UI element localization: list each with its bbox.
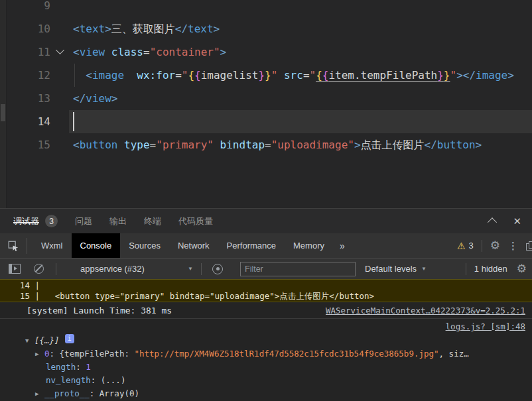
console-filter-input[interactable]: [240, 262, 356, 276]
console-tree-row[interactable]: ▶0: {tempFilePath: "http://tmp/XM4W6Z518…: [0, 347, 532, 361]
line-number[interactable]: 9: [7, 0, 50, 17]
disclosure-triangle-icon[interactable]: ▶: [35, 347, 44, 361]
code-line[interactable]: 13</view>: [7, 87, 532, 110]
code-token: wx:for: [137, 69, 175, 82]
code-line[interactable]: 12 <image wx:for="{{imagelist}}" src="{{…: [7, 64, 532, 87]
line-number[interactable]: 14: [7, 110, 50, 133]
console-sidebar-toggle-icon[interactable]: [9, 264, 21, 274]
dropdown-arrow-icon: ▼: [421, 266, 427, 272]
devtools-tab-wxml[interactable]: Wxml: [33, 233, 72, 258]
editor-left-scrollbar[interactable]: [0, 0, 7, 208]
line-number[interactable]: 13: [7, 87, 50, 110]
code-token: }: [437, 69, 444, 82]
code-token: ": [182, 69, 188, 82]
line-number[interactable]: 12: [7, 64, 50, 87]
code-line[interactable]: 11<view class="container">: [7, 40, 532, 64]
console-tree-row[interactable]: ▼[{…}]i: [0, 334, 532, 347]
code-token: [105, 46, 111, 58]
code-line[interactable]: 14: [7, 110, 532, 133]
fold-cell: [50, 87, 69, 110]
code-token: bindtap: [220, 139, 265, 151]
code-lines: 910<text>三、获取图片</text>11<view class="con…: [7, 0, 532, 156]
code-token: class: [111, 46, 143, 58]
warning-count[interactable]: 3: [469, 241, 474, 251]
devtools-tab-console[interactable]: Console: [72, 233, 121, 258]
devtools-settings-gear-icon[interactable]: ⚙: [490, 240, 500, 251]
code-line[interactable]: 9: [7, 0, 532, 17]
dock-side-icon[interactable]: [526, 241, 532, 250]
code-token: imagelist: [201, 69, 259, 82]
separator: [201, 263, 202, 275]
devtools-tab-network[interactable]: Network: [169, 233, 218, 258]
line-number[interactable]: 15: [7, 133, 50, 156]
code-editor[interactable]: 910<text>三、获取图片</text>11<view class="con…: [0, 0, 532, 208]
more-tabs-button[interactable]: »: [333, 233, 352, 258]
disclosure-triangle-icon[interactable]: ▶: [35, 387, 44, 400]
code-line[interactable]: 15<button type="primary" bindtap="upload…: [7, 133, 532, 156]
code-token: view: [80, 46, 105, 58]
warning-icon[interactable]: ⚠: [457, 241, 466, 251]
kebab-menu-icon[interactable]: ⋮: [508, 240, 518, 252]
panel-tab-label: 问题: [75, 215, 92, 227]
console-object-tree: ▼[{…}]i▶0: {tempFilePath: "http://tmp/XM…: [0, 334, 532, 400]
code-token: :: [91, 374, 101, 387]
devtools-tab-sources[interactable]: Sources: [120, 233, 169, 258]
code-token: :: [76, 361, 86, 374]
fold-cell: [50, 0, 69, 17]
disclosure-triangle-icon[interactable]: ▼: [25, 334, 34, 347]
scrollbar-thumb[interactable]: [1, 104, 5, 121]
log-levels-select[interactable]: Default levels ▼: [365, 264, 427, 274]
panel-tab-label: 终端: [144, 215, 161, 227]
code-token: view: [86, 92, 111, 105]
code-token: button: [80, 139, 118, 151]
code-token: "container": [150, 46, 220, 58]
close-panel-icon[interactable]: ✕: [513, 216, 521, 226]
panel-tab-代码质量[interactable]: 代码质量: [178, 209, 213, 233]
console-tree-row[interactable]: ▶__proto__: Array(0): [0, 387, 532, 400]
devtools-tab-performance[interactable]: Performance: [218, 233, 285, 258]
panel-tab-label: 输出: [109, 215, 127, 227]
separator: [482, 240, 482, 252]
line-number[interactable]: 11: [7, 40, 50, 64]
clear-console-icon[interactable]: [34, 264, 44, 274]
panel-tab-终端[interactable]: 终端: [144, 209, 161, 233]
code-token: {: [194, 69, 201, 82]
line-number[interactable]: 10: [7, 17, 50, 40]
fold-chevron-icon[interactable]: [56, 46, 64, 54]
code-token: [277, 69, 284, 82]
code-token: =: [143, 46, 150, 58]
source-link[interactable]: WAServiceMainContext…04222373&v=2.25.2:1: [326, 302, 525, 319]
panel-tab-badge: 3: [45, 215, 58, 227]
console-tree-row[interactable]: length: 1: [0, 361, 532, 374]
devtools-tabbar: WxmlConsoleSourcesNetworkPerformanceMemo…: [0, 233, 532, 258]
code-token: {: [188, 69, 194, 82]
code-token: 1: [86, 361, 91, 374]
console-warning-message[interactable]: 14 | 15 | <button type="primary" bindtap…: [0, 279, 532, 302]
code-line[interactable]: 10<text>三、获取图片</text>: [7, 17, 532, 40]
dropdown-arrow-icon: ▼: [188, 266, 193, 272]
code-token: ": [450, 69, 456, 82]
panel-tab-问题[interactable]: 问题: [75, 209, 92, 233]
inspect-element-button[interactable]: [0, 238, 27, 254]
code-text: <view class="container">: [69, 40, 532, 64]
collapse-panel-icon[interactable]: [488, 217, 497, 227]
live-expression-eye-icon[interactable]: [212, 264, 223, 274]
console-tree-row[interactable]: nv_length: (...): [0, 374, 532, 387]
panel-header: 调试器3问题输出终端代码质量 ✕: [0, 208, 532, 233]
panel-tab-调试器[interactable]: 调试器3: [13, 209, 58, 233]
info-badge-icon[interactable]: i: [65, 334, 74, 343]
code-token: >: [214, 23, 220, 35]
panel-tab-label: 调试器: [13, 215, 39, 227]
code-token: [117, 139, 124, 151]
fold-cell: [50, 40, 69, 64]
source-link[interactable]: logs.js? [sm]:48: [446, 319, 525, 334]
code-token: [214, 139, 220, 151]
console-settings-gear-icon[interactable]: ⚙: [517, 263, 527, 274]
hidden-messages-count[interactable]: 1 hidden: [474, 264, 507, 274]
panel-tab-label: 代码质量: [178, 215, 213, 227]
execution-context-select[interactable]: appservice (#32) ▼: [80, 264, 193, 274]
panel-tab-输出[interactable]: 输出: [109, 209, 127, 233]
devtools-tab-memory[interactable]: Memory: [285, 233, 333, 258]
code-text: </view>: [69, 87, 532, 110]
code-token: 0: [44, 347, 50, 361]
